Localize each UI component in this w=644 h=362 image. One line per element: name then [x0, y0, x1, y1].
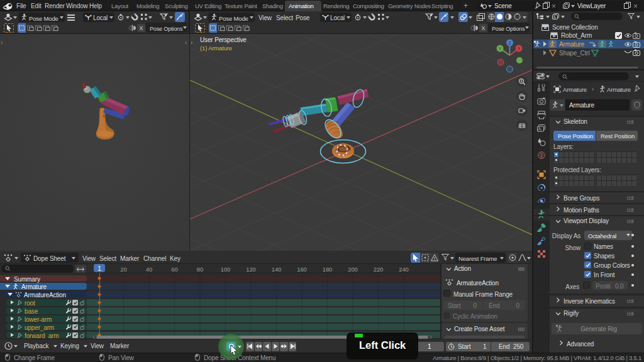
- svg-text:Y: Y: [499, 47, 502, 51]
- svg-text:X: X: [518, 47, 521, 51]
- svg-text:Z: Z: [508, 41, 511, 45]
